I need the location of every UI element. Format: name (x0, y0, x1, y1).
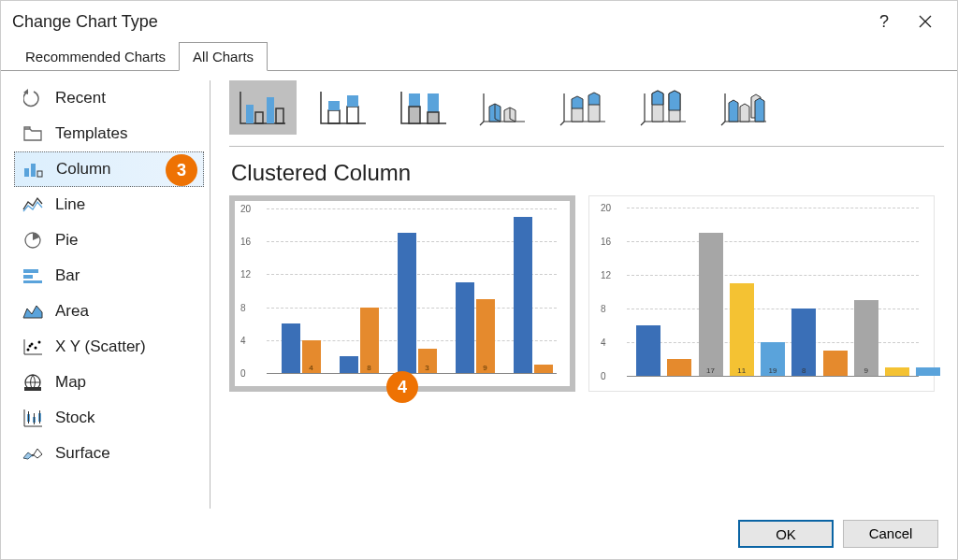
subtype-3d-stacked100-column[interactable] (631, 80, 699, 135)
subtype-3d-clustered-column[interactable] (471, 80, 538, 135)
sidebar-item-label: Area (55, 302, 89, 321)
svg-point-10 (38, 341, 41, 344)
sidebar-item-surface[interactable]: Surface (14, 436, 204, 471)
category-sidebar: Recent Templates Column 3 Line Pie Ba (14, 80, 210, 509)
stacked-column-icon (317, 88, 370, 127)
svg-rect-5 (23, 275, 33, 279)
sidebar-item-label: Column (56, 160, 111, 179)
sidebar-item-area[interactable]: Area (14, 294, 204, 329)
sidebar-item-label: Surface (55, 444, 110, 463)
subtype-stacked-column[interactable] (310, 80, 377, 135)
sidebar-item-label: X Y (Scatter) (55, 337, 146, 356)
tab-recommended[interactable]: Recommended Charts (12, 43, 179, 70)
annotation-badge-4: 4 (386, 371, 418, 403)
svg-rect-24 (347, 95, 358, 107)
sidebar-item-label: Pie (55, 231, 79, 250)
stock-chart-icon (20, 409, 46, 427)
svg-rect-6 (23, 280, 42, 283)
sidebar-item-map[interactable]: Map (14, 365, 204, 400)
line-chart-icon (20, 196, 46, 213)
svg-point-9 (35, 347, 37, 350)
sidebar-item-label: Map (55, 373, 86, 392)
ok-button[interactable]: OK (738, 520, 834, 548)
stacked100-column-icon (398, 88, 450, 127)
svg-rect-26 (409, 93, 420, 107)
svg-rect-0 (24, 168, 29, 177)
pie-chart-icon (20, 231, 46, 250)
svg-rect-1 (31, 164, 36, 177)
close-icon (919, 15, 932, 28)
svg-rect-13 (24, 387, 41, 391)
threed-clustered-icon (478, 88, 530, 127)
threed-column-icon (719, 88, 772, 127)
annotation-badge-3: 3 (166, 154, 197, 186)
cancel-button[interactable]: Cancel (843, 520, 938, 548)
selected-subtype-title: Clustered Column (231, 160, 944, 186)
svg-rect-20 (276, 108, 283, 123)
subtype-3d-column[interactable] (712, 80, 779, 135)
threed-stacked100-icon (639, 88, 691, 127)
dialog-title: Change Chart Type (12, 12, 864, 32)
main-panel: Clustered Column 0481216204839 4 0481216… (210, 80, 944, 509)
subtype-3d-stacked-column[interactable] (551, 80, 618, 135)
sidebar-item-column[interactable]: Column 3 (14, 151, 204, 187)
svg-rect-29 (428, 93, 439, 112)
tabs: Recommended Charts All Charts (1, 42, 957, 71)
help-button[interactable]: ? (864, 1, 905, 42)
sidebar-item-label: Stock (55, 409, 95, 427)
column-chart-icon (21, 161, 47, 178)
subtype-row (229, 80, 944, 147)
subtype-stacked100-column[interactable] (390, 80, 457, 135)
preview-chart-1[interactable]: 0481216204839 4 (229, 195, 575, 392)
sidebar-item-scatter[interactable]: X Y (Scatter) (14, 329, 204, 365)
scatter-chart-icon (20, 338, 46, 355)
svg-rect-22 (328, 101, 340, 110)
sidebar-item-label: Recent (55, 89, 106, 108)
preview-row: 0481216204839 4 04812162017111989 (229, 195, 944, 392)
svg-rect-21 (328, 110, 340, 123)
titlebar: Change Chart Type ? (1, 1, 957, 42)
preview-chart-2[interactable]: 04812162017111989 (588, 195, 935, 392)
sidebar-item-label: Bar (55, 266, 80, 285)
area-chart-icon (20, 303, 46, 320)
sidebar-item-label: Templates (55, 124, 127, 143)
close-button[interactable] (905, 1, 946, 42)
sidebar-item-line[interactable]: Line (14, 187, 204, 223)
subtype-clustered-column[interactable] (229, 80, 297, 135)
bar-chart-icon (20, 267, 46, 284)
svg-rect-19 (267, 97, 274, 123)
tab-all-charts[interactable]: All Charts (179, 42, 268, 71)
sidebar-item-stock[interactable]: Stock (14, 400, 204, 436)
sidebar-item-recent[interactable]: Recent (14, 80, 204, 116)
sidebar-item-bar[interactable]: Bar (14, 258, 204, 294)
clustered-column-icon (237, 88, 289, 127)
svg-rect-17 (246, 105, 254, 123)
svg-point-7 (27, 349, 30, 352)
map-chart-icon (20, 373, 46, 392)
surface-chart-icon (20, 445, 46, 462)
svg-rect-4 (23, 269, 38, 273)
dialog-footer: OK Cancel (1, 509, 957, 559)
sidebar-item-pie[interactable]: Pie (14, 223, 204, 258)
change-chart-type-dialog: Change Chart Type ? Recommended Charts A… (0, 0, 958, 560)
svg-point-11 (29, 345, 32, 348)
recent-icon (20, 89, 46, 108)
threed-stacked-icon (559, 88, 611, 127)
sidebar-item-label: Line (55, 195, 85, 214)
dialog-body: Recent Templates Column 3 Line Pie Ba (1, 71, 957, 509)
sidebar-item-templates[interactable]: Templates (14, 116, 204, 151)
svg-rect-2 (37, 171, 42, 177)
folder-icon (20, 126, 46, 141)
svg-rect-23 (347, 107, 358, 123)
svg-rect-18 (255, 112, 263, 123)
